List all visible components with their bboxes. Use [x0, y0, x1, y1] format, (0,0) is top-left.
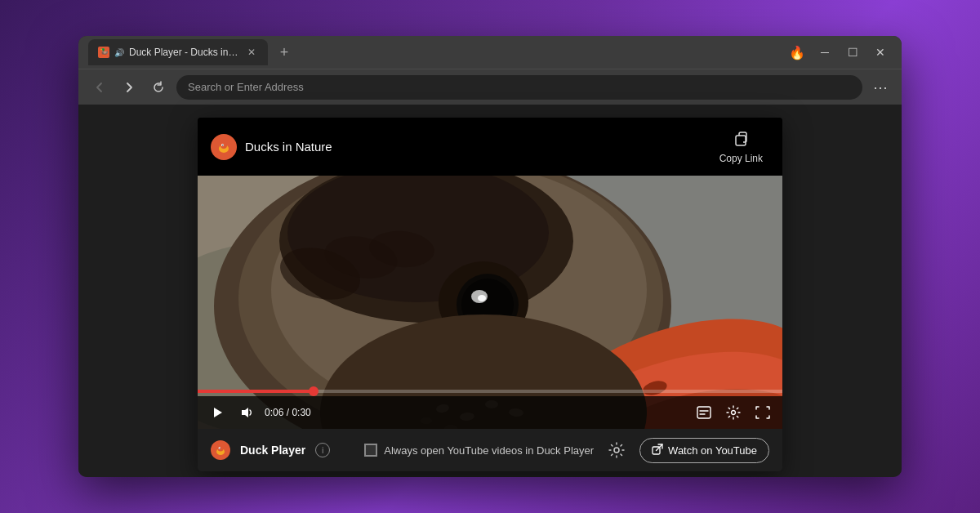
flame-icon: 🔥 [786, 41, 808, 64]
tab-audio-icon: 🔊 [114, 48, 124, 57]
video-settings-button[interactable] [722, 401, 745, 424]
svg-rect-38 [697, 407, 710, 418]
ddg-logo [211, 134, 237, 160]
duck-player-label: Duck Player [240, 444, 305, 457]
tab-close-button[interactable]: ✕ [245, 46, 258, 59]
svg-marker-36 [214, 408, 222, 417]
close-button[interactable]: ✕ [869, 41, 892, 64]
title-bar: 🦆 🔊 Duck Player - Ducks in Natur... ✕ + … [78, 36, 902, 69]
svg-text:🦆: 🦆 [100, 47, 109, 57]
svg-point-44 [218, 446, 224, 452]
svg-point-20 [478, 295, 486, 301]
back-button[interactable] [88, 76, 111, 99]
tab-bar: 🦆 🔊 Duck Player - Ducks in Natur... ✕ + [88, 39, 779, 65]
new-tab-button[interactable]: + [273, 41, 296, 64]
copy-icon [732, 129, 750, 151]
svg-point-46 [220, 448, 220, 448]
captions-button[interactable] [693, 401, 715, 424]
fullscreen-button[interactable] [751, 401, 774, 424]
address-bar[interactable]: Search or Enter Address [176, 75, 862, 100]
always-open-container: Always open YouTube videos in Duck Playe… [364, 444, 594, 457]
copy-link-label: Copy Link [719, 153, 763, 164]
minimize-button[interactable]: ─ [813, 41, 836, 64]
duck-player-logo [211, 440, 230, 460]
forward-button[interactable] [118, 76, 140, 99]
browser-window: 🦆 🔊 Duck Player - Ducks in Natur... ✕ + … [78, 36, 902, 477]
window-controls: 🔥 ─ ☐ ✕ [786, 41, 892, 64]
duck-player-container: Ducks in Nature Copy Link [198, 118, 782, 471]
watch-on-youtube-button[interactable]: Watch on YouTube [639, 438, 769, 463]
svg-point-6 [222, 145, 223, 145]
progress-bar-fill [198, 390, 314, 393]
video-title-area: Ducks in Nature [211, 134, 332, 160]
tab-favicon: 🦆 [98, 47, 109, 58]
svg-point-41 [732, 411, 736, 415]
toolbar: Search or Enter Address ⋯ [78, 69, 902, 105]
duck-player-settings-button[interactable] [604, 437, 630, 463]
video-area[interactable]: 0:06 / 0:30 [198, 176, 782, 429]
play-button[interactable] [206, 401, 229, 424]
always-open-text: Always open YouTube videos in Duck Playe… [384, 444, 594, 457]
svg-rect-7 [736, 136, 746, 145]
video-header: Ducks in Nature Copy Link [198, 118, 782, 176]
maximize-button[interactable]: ☐ [841, 41, 864, 64]
watch-on-youtube-label: Watch on YouTube [668, 444, 757, 457]
address-bar-placeholder: Search or Enter Address [188, 81, 304, 93]
volume-button[interactable] [235, 401, 258, 424]
svg-point-47 [614, 448, 619, 453]
svg-marker-37 [242, 408, 248, 417]
refresh-button[interactable] [147, 76, 170, 99]
time-display: 0:06 / 0:30 [265, 407, 311, 418]
progress-bar-track[interactable] [198, 390, 782, 393]
tab-title: Duck Player - Ducks in Natur... [129, 47, 240, 58]
active-tab[interactable]: 🦆 🔊 Duck Player - Ducks in Natur... ✕ [88, 39, 268, 65]
browser-menu-button[interactable]: ⋯ [869, 76, 892, 99]
always-open-checkbox[interactable] [364, 444, 377, 457]
video-title: Ducks in Nature [245, 140, 332, 154]
external-link-icon [652, 444, 663, 457]
duck-player-bottom-bar: Duck Player i Always open YouTube videos… [198, 429, 782, 471]
duck-player-info-button[interactable]: i [315, 443, 330, 457]
copy-link-button[interactable]: Copy Link [713, 126, 769, 167]
video-controls-bar: 0:06 / 0:30 [198, 396, 782, 429]
content-area: Ducks in Nature Copy Link [78, 105, 902, 477]
